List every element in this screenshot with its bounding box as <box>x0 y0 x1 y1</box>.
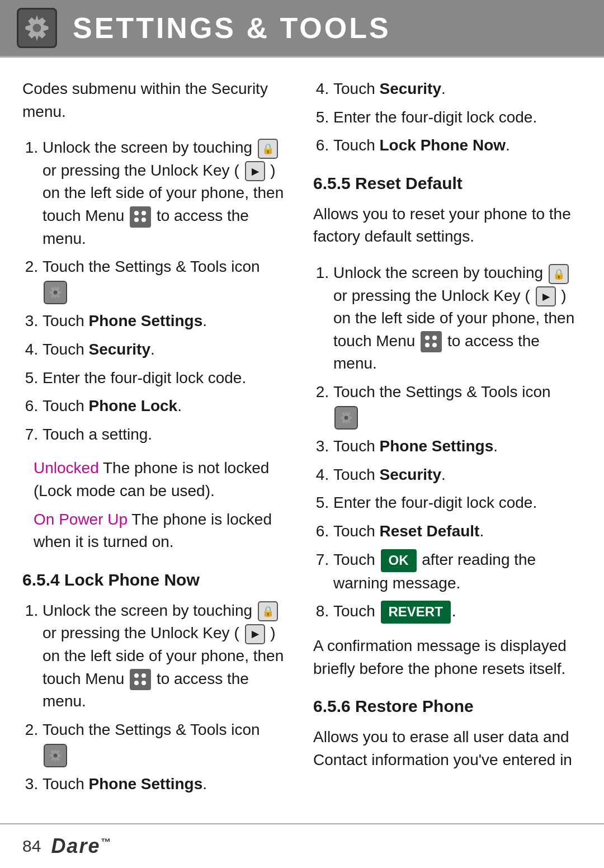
list-sub-item: On Power Up The phone is locked when it … <box>34 508 291 554</box>
page-number: 84 <box>22 837 41 856</box>
sub-items: Unlocked The phone is not locked (Lock m… <box>34 457 291 553</box>
list-item: Enter the four-digit lock code. <box>43 367 291 390</box>
list-item: Unlock the screen by touching 🔒 or press… <box>333 262 582 375</box>
revert-button-label: REVERT <box>381 601 451 624</box>
list-item: Touch the Settings & Tools icon <box>333 381 582 430</box>
svg-point-3 <box>54 291 58 295</box>
section-654-heading: 6.5.4 Lock Phone Now <box>22 570 291 589</box>
list-item: Touch REVERT. <box>333 600 582 624</box>
section-654-list: Unlock the screen by touching 🔒 or press… <box>22 600 291 796</box>
section-655-heading: 6.5.5 Reset Default <box>313 174 582 193</box>
settings-tools-icon <box>44 281 67 304</box>
section-656-intro: Allows you to erase all user data and Co… <box>313 726 582 771</box>
list-item: Enter the four-digit lock code. <box>333 492 582 515</box>
section-655-intro: Allows you to reset your phone to the fa… <box>313 203 582 248</box>
right-column: Touch Security. Enter the four-digit loc… <box>313 78 582 807</box>
list-item: Touch Phone Settings. <box>43 310 291 333</box>
list-item: Unlock the screen by touching 🔒 or press… <box>43 600 291 713</box>
key-icon: ▶ <box>245 624 265 644</box>
svg-point-1 <box>33 24 41 32</box>
bold-text: Security <box>380 80 442 97</box>
right-top-list: Touch Security. Enter the four-digit loc… <box>313 78 582 157</box>
on-power-up-label: On Power Up <box>34 511 128 528</box>
bold-text: Phone Settings <box>89 312 203 329</box>
menu-icon <box>421 331 442 352</box>
lock-icon: 🔒 <box>549 264 569 284</box>
main-content: Codes submenu within the Security menu. … <box>0 58 604 807</box>
brand-logo: Dare™ <box>51 834 111 858</box>
header-icon <box>17 8 57 48</box>
bold-text: Security <box>89 341 151 358</box>
list-item: Enter the four-digit lock code. <box>333 106 582 129</box>
list-item: Unlock the screen by touching 🔒 or press… <box>43 136 291 250</box>
footer: 84 Dare™ <box>0 823 604 868</box>
bold-text: Phone Settings <box>89 775 203 792</box>
bold-text: Security <box>380 466 442 483</box>
lock-icon: 🔒 <box>258 601 278 621</box>
section-656-heading: 6.5.6 Restore Phone <box>313 697 582 716</box>
key-icon: ▶ <box>245 161 265 181</box>
list-item: Touch Phone Settings. <box>333 435 582 458</box>
list-item: Touch the Settings & Tools icon <box>43 719 291 767</box>
list-item: Touch a setting. <box>43 423 291 446</box>
ok-button-label: OK <box>381 549 417 572</box>
svg-point-7 <box>345 416 348 420</box>
bold-text: Phone Lock <box>89 397 178 414</box>
list-item: Touch Security. <box>333 464 582 487</box>
bold-text: Phone Settings <box>380 437 494 455</box>
menu-icon <box>130 669 151 690</box>
revert-note: A confirmation message is displayed brie… <box>313 635 582 680</box>
settings-tools-icon <box>334 406 358 430</box>
section-655-list: Unlock the screen by touching 🔒 or press… <box>313 262 582 624</box>
list-item: Touch Phone Lock. <box>43 395 291 418</box>
list-sub-item: Unlocked The phone is not locked (Lock m… <box>34 457 291 502</box>
list-item: Touch Security. <box>333 78 582 101</box>
list-item: Touch Reset Default. <box>333 520 582 543</box>
settings-tools-icon <box>44 744 67 767</box>
lock-icon: 🔒 <box>258 139 278 159</box>
left-column: Codes submenu within the Security menu. … <box>22 78 291 807</box>
intro-paragraph: Codes submenu within the Security menu. <box>22 78 291 123</box>
brand-name: Dare <box>51 834 100 857</box>
page-header: SETTINGS & TOOLS <box>0 0 604 56</box>
list-item: Touch Phone Settings. <box>43 773 291 796</box>
gear-icon <box>21 12 53 44</box>
list-item: Touch the Settings & Tools icon <box>43 256 291 304</box>
list-item: Touch Security. <box>43 338 291 361</box>
list-item: Touch OK after reading the warning messa… <box>333 549 582 595</box>
svg-point-5 <box>54 753 58 757</box>
unlocked-label: Unlocked <box>34 459 99 477</box>
main-list-left: Unlock the screen by touching 🔒 or press… <box>22 136 291 446</box>
brand-tm: ™ <box>100 837 111 848</box>
menu-icon <box>130 206 151 228</box>
list-item: Touch Lock Phone Now. <box>333 134 582 157</box>
key-icon: ▶ <box>536 286 556 306</box>
bold-text: Reset Default <box>380 522 480 540</box>
page-title: SETTINGS & TOOLS <box>73 11 391 45</box>
bold-text: Lock Phone Now <box>380 136 506 154</box>
